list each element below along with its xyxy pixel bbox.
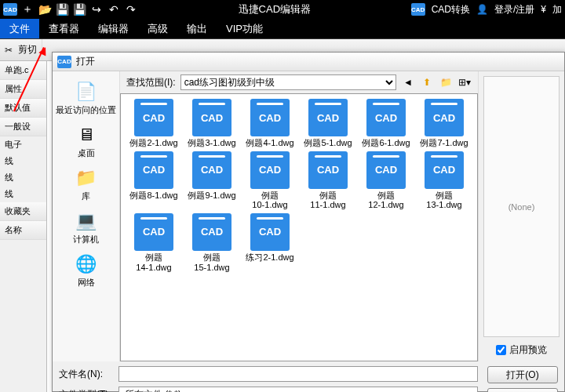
file-item[interactable]: 例题12-1.dwg xyxy=(358,151,414,210)
file-name: 例题14-1.dwg xyxy=(136,252,171,272)
cad-file-icon xyxy=(134,151,173,189)
cad-file-icon xyxy=(366,99,406,136)
left-panel: 单跑.c 属性 默认值 一般设 电子 线 线 线 收藏夹 名称 xyxy=(0,61,47,392)
saveas-icon[interactable]: 💾 xyxy=(72,2,86,16)
filetype-select[interactable]: 所有文件 (*.*) xyxy=(118,387,478,392)
panel-item[interactable]: 电子 xyxy=(0,136,46,153)
place-recent[interactable]: 📄最近访问的位置 xyxy=(53,78,119,119)
file-name: 例题8-1.dwg xyxy=(129,191,177,201)
dialog-icon: CAD xyxy=(57,56,71,68)
file-item[interactable]: 例题5-1.dwg xyxy=(300,99,356,148)
dialog-title: 打开 xyxy=(76,55,95,68)
recent-icon: 📄 xyxy=(74,81,99,103)
menu-output[interactable]: 输出 xyxy=(177,19,217,38)
menu-viewer[interactable]: 查看器 xyxy=(39,19,89,38)
menu-advanced[interactable]: 高级 xyxy=(138,19,177,38)
file-name: 例题6-1.dwg xyxy=(362,138,410,148)
app-title: 迅捷CAD编辑器 xyxy=(141,2,408,16)
cad-file-icon xyxy=(192,213,231,251)
cad-file-icon xyxy=(192,99,231,136)
file-item[interactable]: 例题7-1.dwg xyxy=(416,99,472,148)
lookin-label: 查找范围(I): xyxy=(126,76,176,89)
redo-icon[interactable]: ↷ xyxy=(124,2,138,16)
place-desktop[interactable]: 🖥桌面 xyxy=(53,121,119,162)
preview-box: (None) xyxy=(483,76,560,337)
user-icon[interactable]: 👤 xyxy=(476,4,488,15)
panel-item[interactable]: 线 xyxy=(0,186,46,202)
currency-icon[interactable]: ¥ xyxy=(541,4,546,15)
login-link[interactable]: 登录/注册 xyxy=(494,3,534,16)
file-name: 例题2-1.dwg xyxy=(129,138,177,148)
menu-file[interactable]: 文件 xyxy=(0,19,39,38)
panel-item[interactable]: 线 xyxy=(0,169,46,186)
app-logo-icon: CAD xyxy=(3,3,17,16)
cad-file-icon xyxy=(250,99,290,136)
file-item[interactable]: 例题3-1.dwg xyxy=(184,99,240,148)
library-icon: 📁 xyxy=(74,167,99,189)
file-name: 练习2-1.dwg xyxy=(246,252,293,263)
back-icon[interactable]: ◄ xyxy=(401,75,415,89)
export-icon[interactable]: ↪ xyxy=(89,2,104,16)
menu-editor[interactable]: 编辑器 xyxy=(89,19,138,38)
cad-file-icon xyxy=(250,151,290,189)
file-item[interactable]: 例题11-1.dwg xyxy=(300,151,356,210)
cad-file-icon xyxy=(425,99,464,136)
ribbon-cut[interactable]: ✂剪切 xyxy=(0,39,42,60)
place-computer[interactable]: 💻计算机 xyxy=(53,207,119,249)
panel-section[interactable]: 默认值 xyxy=(0,99,46,118)
network-icon: 🌐 xyxy=(74,253,99,275)
cad-badge-icon: CAD xyxy=(411,3,425,16)
file-name: 例题11-1.dwg xyxy=(310,191,345,210)
filename-input[interactable] xyxy=(118,366,478,382)
file-name: 例题4-1.dwg xyxy=(246,138,293,148)
panel-name[interactable]: 名称 xyxy=(0,221,46,240)
file-item[interactable]: 例题2-1.dwg xyxy=(126,99,182,148)
dialog-bottom: 文件名(N): 文件类型(T): 所有文件 (*.*) 打开(O) 取消 xyxy=(53,361,564,392)
open-button[interactable]: 打开(O) xyxy=(487,366,558,383)
file-grid[interactable]: 例题2-1.dwg例题3-1.dwg例题4-1.dwg例题5-1.dwg例题6-… xyxy=(120,93,478,361)
file-item[interactable]: 练习2-1.dwg xyxy=(242,213,298,272)
file-item[interactable]: 例题8-1.dwg xyxy=(126,151,182,210)
panel-favorites[interactable]: 收藏夹 xyxy=(0,202,46,221)
cad-convert-link[interactable]: CAD转换 xyxy=(432,3,470,16)
file-name: 例题9-1.dwg xyxy=(188,191,235,201)
newfolder-icon[interactable]: 📁 xyxy=(439,75,453,89)
file-item[interactable]: 例题14-1.dwg xyxy=(126,213,182,272)
dialog-titlebar: CAD 打开 xyxy=(53,53,564,71)
cancel-button[interactable]: 取消 xyxy=(487,388,558,392)
panel-section[interactable]: 一般设 xyxy=(0,118,46,136)
menubar: 文件 查看器 编辑器 高级 输出 VIP功能 xyxy=(0,19,565,39)
file-item[interactable]: 例题4-1.dwg xyxy=(242,99,298,148)
filetype-label: 文件类型(T): xyxy=(59,388,114,393)
panel-section[interactable]: 属性 xyxy=(0,80,46,99)
lookin-select[interactable]: cad练习图初级到中级 xyxy=(180,74,396,90)
open-icon[interactable]: 📂 xyxy=(38,2,52,16)
enable-preview-input[interactable] xyxy=(496,345,506,355)
places-bar: 📄最近访问的位置 🖥桌面 📁库 💻计算机 🌐网络 xyxy=(53,71,120,361)
file-item[interactable]: 例题13-1.dwg xyxy=(416,151,472,210)
viewmode-icon[interactable]: ⊞▾ xyxy=(457,75,472,89)
file-item[interactable]: 例题6-1.dwg xyxy=(358,99,414,148)
file-name: 例题12-1.dwg xyxy=(368,191,403,210)
file-item[interactable]: 例题9-1.dwg xyxy=(184,151,240,210)
cad-file-icon xyxy=(425,151,464,189)
file-item[interactable]: 例题15-1.dwg xyxy=(184,213,240,272)
panel-item[interactable]: 线 xyxy=(0,153,46,169)
up-icon[interactable]: ⬆ xyxy=(420,75,434,89)
file-item[interactable]: 例题10-1.dwg xyxy=(242,151,298,210)
place-library[interactable]: 📁库 xyxy=(53,164,119,205)
panel-section[interactable]: 单跑.c xyxy=(0,61,46,80)
open-dialog: CAD 打开 📄最近访问的位置 🖥桌面 📁库 💻计算机 🌐网络 查找范围(I):… xyxy=(52,52,565,392)
new-icon[interactable]: ＋ xyxy=(20,2,35,16)
enable-preview-checkbox[interactable]: 启用预览 xyxy=(496,343,547,357)
menu-vip[interactable]: VIP功能 xyxy=(217,19,272,38)
place-network[interactable]: 🌐网络 xyxy=(53,250,119,292)
undo-icon[interactable]: ↶ xyxy=(107,2,121,16)
cad-file-icon xyxy=(134,99,173,136)
cad-file-icon xyxy=(308,99,348,136)
save-icon[interactable]: 💾 xyxy=(55,2,69,16)
file-name: 例题5-1.dwg xyxy=(304,138,352,148)
cad-file-icon xyxy=(192,151,231,189)
file-name: 例题13-1.dwg xyxy=(426,191,461,210)
cad-file-icon xyxy=(134,213,173,251)
